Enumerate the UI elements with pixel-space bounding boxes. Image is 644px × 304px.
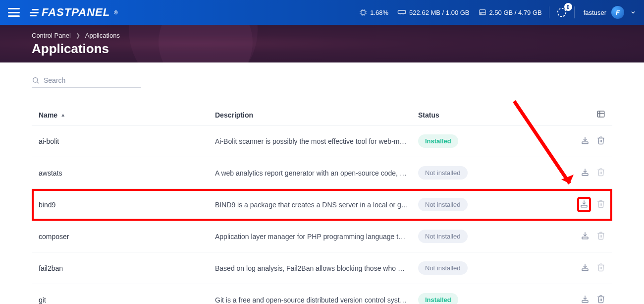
- search-field-wrap: [32, 76, 141, 88]
- user-menu[interactable]: fastuser F: [584, 6, 636, 19]
- install-icon: [581, 168, 590, 178]
- app-description: Git is a free and open-source distribute…: [215, 296, 418, 304]
- stat-cpu: 1.68%: [359, 8, 388, 16]
- trash-icon: [596, 199, 605, 210]
- svg-rect-15: [582, 301, 588, 303]
- tasks-badge: 0: [564, 3, 572, 11]
- trash-icon: [596, 263, 605, 273]
- delete-button: [596, 263, 605, 273]
- chevron-right-icon: ❯: [76, 32, 80, 39]
- col-header-description[interactable]: Description: [215, 111, 418, 119]
- grid-view-icon: [596, 110, 605, 119]
- col-header-status[interactable]: Status: [418, 111, 497, 119]
- delete-button[interactable]: [596, 295, 605, 304]
- view-toggle-button[interactable]: [596, 110, 605, 120]
- svg-point-3: [481, 13, 481, 14]
- trash-icon: [596, 295, 605, 304]
- table-row: ai-bolitAi-Bolit scanner is possibly the…: [32, 125, 612, 157]
- install-button[interactable]: [581, 263, 590, 273]
- delete-button: [596, 168, 605, 178]
- table-row: fail2banBased on log analysis, Fail2Ban …: [32, 252, 612, 284]
- trash-icon: [596, 231, 605, 242]
- install-icon: [581, 231, 590, 242]
- svg-rect-12: [581, 205, 587, 207]
- sort-asc-icon: ▲: [60, 112, 65, 118]
- tasks-indicator[interactable]: 0: [556, 7, 567, 18]
- col-header-name[interactable]: Name ▲: [39, 111, 215, 119]
- trash-icon: [596, 168, 605, 178]
- logo[interactable]: FASTPANEL®: [30, 6, 118, 19]
- status-badge: Not installed: [418, 230, 468, 243]
- table-row: bind9BIND9 is a package that creates a D…: [32, 189, 612, 221]
- install-icon: [581, 136, 590, 146]
- svg-point-4: [558, 8, 566, 17]
- svg-rect-0: [361, 10, 365, 14]
- table-row: awstatsA web analytics report generator …: [32, 157, 612, 189]
- install-button[interactable]: [581, 168, 590, 178]
- svg-line-6: [37, 82, 39, 83]
- svg-rect-14: [582, 269, 588, 271]
- search-input[interactable]: [44, 76, 141, 84]
- page-title: Applications: [32, 41, 612, 57]
- delete-button: [596, 231, 605, 242]
- logo-text: FASTPANEL: [42, 6, 110, 19]
- breadcrumb-root[interactable]: Control Panel: [32, 32, 71, 39]
- svg-rect-10: [582, 142, 588, 144]
- username: fastuser: [584, 9, 606, 16]
- delete-button[interactable]: [596, 136, 605, 146]
- app-name: fail2ban: [39, 264, 215, 272]
- applications-table: Name ▲ Description Status ai-bolitAi-Bol…: [32, 105, 612, 304]
- ram-icon: [397, 8, 406, 16]
- svg-point-5: [33, 78, 38, 82]
- svg-rect-1: [398, 10, 406, 13]
- install-icon: [581, 295, 590, 304]
- content: Name ▲ Description Status ai-bolitAi-Bol…: [0, 62, 644, 304]
- avatar: F: [611, 6, 624, 19]
- app-description: Ai-Bolit scanner is possibly the most ef…: [215, 137, 418, 145]
- search-icon: [32, 76, 40, 84]
- status-badge: Installed: [418, 293, 458, 304]
- status-badge: Not installed: [418, 166, 468, 180]
- install-button[interactable]: [581, 295, 590, 304]
- table-row: composerApplication layer manager for PH…: [32, 221, 612, 252]
- stat-ram: 522.62 MB / 1.00 GB: [397, 8, 469, 16]
- cpu-icon: [359, 8, 367, 16]
- app-name: ai-bolit: [39, 137, 215, 145]
- menu-toggle[interactable]: [8, 8, 20, 17]
- app-description: Application layer manager for PHP progra…: [215, 233, 418, 241]
- app-description: Based on log analysis, Fail2Ban allows b…: [215, 264, 418, 272]
- stat-disk: 2.50 GB / 4.79 GB: [479, 8, 542, 16]
- table-header: Name ▲ Description Status: [32, 105, 612, 125]
- topbar: FASTPANEL® 1.68% 522.62 MB / 1.00 GB 2.5…: [0, 0, 644, 25]
- install-button[interactable]: [581, 231, 590, 242]
- trash-icon: [596, 136, 605, 146]
- disk-icon: [479, 8, 486, 16]
- install-icon: [580, 199, 589, 210]
- svg-rect-11: [582, 174, 588, 176]
- app-name: git: [39, 296, 215, 304]
- install-icon: [581, 263, 590, 273]
- breadcrumb: Control Panel ❯ Applications: [32, 32, 612, 39]
- delete-button: [596, 199, 605, 210]
- app-name: composer: [39, 233, 215, 241]
- status-badge: Not installed: [418, 261, 468, 275]
- table-row: gitGit is a free and open-source distrib…: [32, 284, 612, 304]
- chevron-down-icon: [630, 9, 636, 15]
- app-description: BIND9 is a package that creates a DNS se…: [215, 201, 418, 209]
- svg-rect-7: [597, 111, 604, 117]
- app-description: A web analytics report generator with an…: [215, 169, 418, 177]
- status-badge: Installed: [418, 134, 458, 148]
- install-button[interactable]: [580, 199, 589, 210]
- breadcrumb-current: Applications: [85, 32, 120, 39]
- status-badge: Not installed: [418, 198, 468, 211]
- page-hero: Control Panel ❯ Applications Application…: [0, 25, 644, 62]
- app-name: bind9: [39, 201, 215, 209]
- app-name: awstats: [39, 169, 215, 177]
- install-button[interactable]: [581, 136, 590, 146]
- svg-rect-13: [582, 237, 588, 239]
